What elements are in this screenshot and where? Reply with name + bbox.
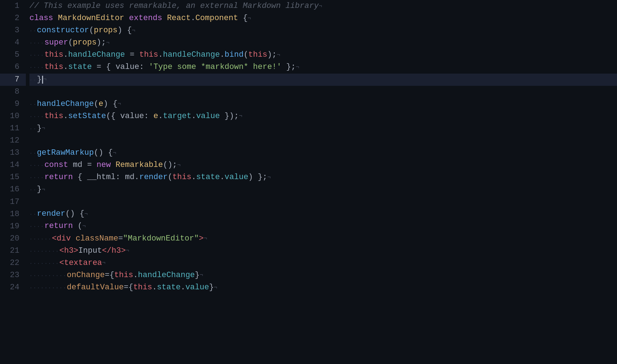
code-line-9: ··handleChange(e) {¬ <box>29 98 617 110</box>
newline-marker: ¬ <box>200 271 203 280</box>
newline-marker: ¬ <box>214 283 217 292</box>
line-number-12: 12 <box>0 135 26 147</box>
code-line-5: ····this.handleChange = this.handleChang… <box>29 49 617 61</box>
newline-marker: ¬ <box>277 51 280 60</box>
code-line-10: ····this.setState({ value: e.target.valu… <box>29 110 617 122</box>
newline-marker: ¬ <box>42 185 45 194</box>
code-line-18: ··render() {¬ <box>29 208 617 220</box>
code-line-14: ····const md = new Remarkable();¬ <box>29 159 617 171</box>
line-numbers: 123456789101112131415161718192021222324 <box>0 0 26 364</box>
code-content[interactable]: // This example uses remarkable, an exte… <box>26 0 617 364</box>
line-number-9: 9 <box>0 98 26 110</box>
newline-marker: ¬ <box>247 14 251 23</box>
code-line-21: ········<h3>Input</h3>¬ <box>29 245 617 257</box>
code-line-3: ··constructor(props) {¬ <box>29 24 617 37</box>
line-number-16: 16 <box>0 183 26 196</box>
code-line-6: ····this.state = { value: 'Type some *ma… <box>29 61 617 73</box>
code-line-20: ······<div className="MarkdownEditor">¬ <box>29 233 617 245</box>
newline-marker: ¬ <box>126 246 129 255</box>
newline-marker: ¬ <box>113 149 116 158</box>
line-number-20: 20 <box>0 233 26 245</box>
code-line-23: ··········onChange={this.handleChange}¬ <box>29 269 617 281</box>
code-line-19: ····return (¬ <box>29 220 617 232</box>
line-number-2: 2 <box>0 12 26 24</box>
line-number-1: 1 <box>0 0 26 12</box>
code-line-4: ····super(props);¬ <box>29 37 617 49</box>
line-number-8: 8 <box>0 86 26 98</box>
newline-marker: ¬ <box>177 161 181 170</box>
code-line-17 <box>29 196 617 208</box>
code-line-13: ··getRawMarkup() {¬ <box>29 147 617 159</box>
line-number-4: 4 <box>0 37 26 49</box>
code-line-2: class MarkdownEditor extends React.Compo… <box>29 12 617 24</box>
line-number-22: 22 <box>0 257 26 269</box>
newline-marker: ¬ <box>132 26 135 35</box>
line-number-11: 11 <box>0 122 26 135</box>
line-number-13: 13 <box>0 147 26 159</box>
line-number-18: 18 <box>0 208 26 220</box>
line-number-23: 23 <box>0 269 26 281</box>
line-number-6: 6 <box>0 61 26 73</box>
code-line-22: ········<textarea¬ <box>29 257 617 269</box>
code-line-8 <box>29 86 617 98</box>
newline-marker: ¬ <box>102 258 106 267</box>
line-number-3: 3 <box>0 24 26 37</box>
newline-marker: ¬ <box>42 124 45 133</box>
newline-marker: ¬ <box>117 99 121 108</box>
code-editor: 123456789101112131415161718192021222324 … <box>0 0 617 364</box>
newline-marker: ¬ <box>296 63 299 72</box>
line-number-14: 14 <box>0 159 26 171</box>
line-number-15: 15 <box>0 171 26 183</box>
code-line-1: // This example uses remarkable, an exte… <box>29 0 617 12</box>
code-line-11: ··}¬ <box>29 122 617 135</box>
code-line-7: ··}¬ <box>29 74 617 86</box>
line-number-7: 7 <box>0 74 26 86</box>
line-number-21: 21 <box>0 245 26 257</box>
newline-marker: ¬ <box>43 75 47 84</box>
code-line-24: ··········defaultValue={this.state.value… <box>29 281 617 294</box>
newline-marker: ¬ <box>204 234 207 243</box>
newline-marker: ¬ <box>239 112 242 121</box>
line-number-19: 19 <box>0 220 26 233</box>
newline-marker: ¬ <box>82 222 86 231</box>
line-number-24: 24 <box>0 281 26 294</box>
code-line-16: ··}¬ <box>29 183 617 196</box>
line-number-5: 5 <box>0 49 26 61</box>
code-line-12 <box>29 135 617 147</box>
newline-marker: ¬ <box>106 38 110 47</box>
newline-marker: ¬ <box>267 173 271 182</box>
newline-marker: ¬ <box>319 2 322 11</box>
line-number-17: 17 <box>0 196 26 208</box>
newline-marker: ¬ <box>84 210 88 219</box>
line-number-10: 10 <box>0 110 26 122</box>
code-line-15: ····return { __html: md.render(this.stat… <box>29 171 617 183</box>
